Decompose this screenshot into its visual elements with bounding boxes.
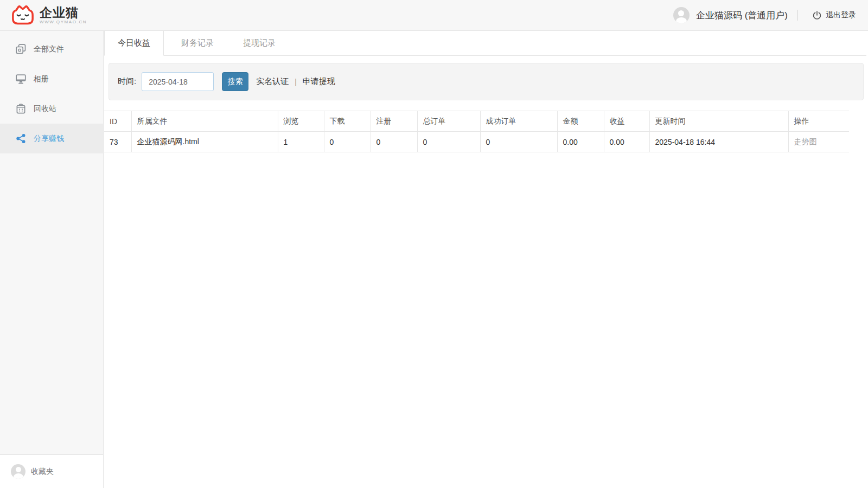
user-avatar[interactable]: [673, 7, 690, 23]
column-header: 操作: [788, 111, 849, 132]
sidebar-item-recycle-bin[interactable]: 回收站: [0, 94, 103, 124]
cat-logo-icon: [11, 5, 35, 25]
table-cell: 0: [417, 132, 480, 152]
share-icon: [16, 133, 26, 144]
table-cell: 0.00: [604, 132, 649, 152]
column-header: 下载: [324, 111, 371, 132]
sidebar-item-all-files[interactable]: 全部文件: [0, 34, 103, 64]
sidebar-item-label: 分享赚钱: [34, 134, 64, 144]
column-header: 总订单: [417, 111, 480, 132]
link-separator: |: [295, 78, 297, 86]
earnings-table: ID所属文件浏览下载注册总订单成功订单金额收益更新时间操作 73企业猫源码网.h…: [104, 111, 849, 152]
column-header: 注册: [371, 111, 417, 132]
tab-bar: 今日收益 财务记录 提现记录: [104, 31, 866, 56]
favorites-avatar-icon: [11, 464, 25, 479]
brand-logo: 企业猫 WWW.QYMAO.CN: [11, 5, 87, 25]
column-header: ID: [104, 111, 131, 132]
column-header: 更新时间: [649, 111, 788, 132]
power-icon: [812, 10, 826, 20]
table-row: 73企业猫源码网.html100000.000.002025-04-18 16:…: [104, 132, 849, 152]
sidebar-favorites[interactable]: 收藏夹: [0, 454, 103, 488]
tab-today-earnings[interactable]: 今日收益: [104, 31, 164, 56]
sidebar-item-label: 回收站: [34, 104, 56, 114]
column-header: 所属文件: [131, 111, 278, 132]
brand-name: 企业猫: [40, 6, 87, 19]
logout-button[interactable]: 退出登录: [812, 10, 856, 20]
monitor-icon: [16, 74, 26, 84]
filter-panel: 时间: 搜索 实名认证 | 申请提现: [108, 63, 864, 100]
logout-label: 退出登录: [826, 10, 856, 20]
sidebar-item-label: 相册: [34, 74, 49, 84]
sidebar-item-album[interactable]: 相册: [0, 64, 103, 94]
main-content: 今日收益 财务记录 提现记录 时间: 搜索 实名认证 | 申请提现 ID所属文件…: [104, 31, 868, 488]
trash-icon: [16, 104, 26, 114]
table-cell: 1: [278, 132, 324, 152]
files-icon: [16, 44, 26, 54]
header-divider: [797, 10, 798, 21]
column-header: 成功订单: [480, 111, 557, 132]
table-cell: 走势图: [788, 132, 849, 152]
date-input[interactable]: [142, 72, 214, 91]
realname-verify-link[interactable]: 实名认证: [256, 76, 289, 87]
tab-withdraw-records[interactable]: 提现记录: [231, 31, 288, 55]
table-header-row: ID所属文件浏览下载注册总订单成功订单金额收益更新时间操作: [104, 111, 849, 132]
favorites-label: 收藏夹: [31, 467, 54, 477]
sidebar-item-label: 全部文件: [34, 44, 64, 54]
table-cell: 2025-04-18 16:44: [649, 132, 788, 152]
column-header: 金额: [557, 111, 604, 132]
app-header: 企业猫 WWW.QYMAO.CN 企业猫源码 (普通用户) 退出登录: [0, 0, 868, 31]
trend-chart-link[interactable]: 走势图: [794, 137, 817, 146]
table-cell: 0: [371, 132, 417, 152]
sidebar: 全部文件 相册 回收站: [0, 31, 104, 488]
tab-finance-records[interactable]: 财务记录: [169, 31, 226, 55]
sidebar-item-share-earn[interactable]: 分享赚钱: [0, 124, 103, 153]
username-label: 企业猫源码 (普通用户): [696, 9, 788, 22]
apply-withdraw-link[interactable]: 申请提现: [303, 76, 335, 87]
time-label: 时间:: [118, 76, 136, 87]
table-cell: 企业猫源码网.html: [131, 132, 278, 152]
column-header: 浏览: [278, 111, 324, 132]
column-header: 收益: [604, 111, 649, 132]
table-cell: 0: [324, 132, 371, 152]
brand-domain: WWW.QYMAO.CN: [40, 20, 87, 24]
table-cell: 0: [480, 132, 557, 152]
search-button[interactable]: 搜索: [222, 72, 248, 91]
table-cell: 73: [104, 132, 131, 152]
table-cell: 0.00: [557, 132, 604, 152]
